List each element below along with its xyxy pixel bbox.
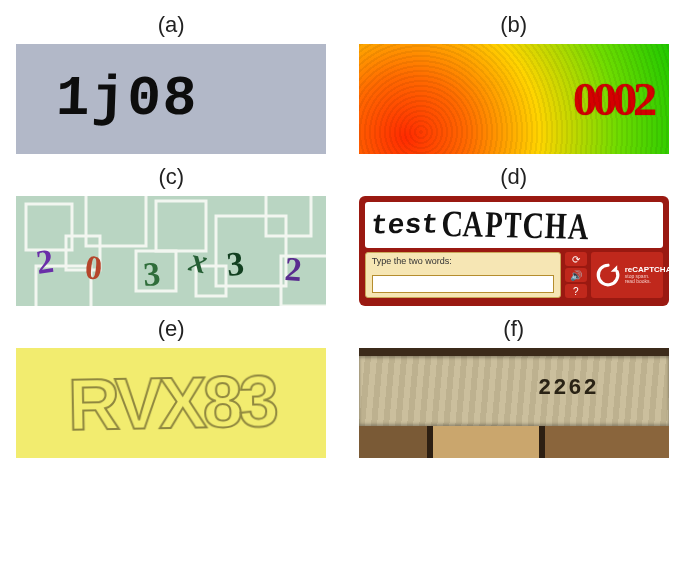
- svg-text:x: x: [186, 240, 211, 280]
- captcha-panel-a: 1j08: [16, 44, 326, 154]
- subfigure-label-d: (d): [500, 164, 527, 190]
- recaptcha-brand: reCAPTCHA™ stop spam. read books.: [591, 252, 663, 298]
- recaptcha-input-area: Type the two words:: [365, 252, 561, 298]
- svg-text:3: 3: [225, 244, 246, 283]
- subfigure-b: (b) 0002: [355, 12, 674, 154]
- recaptcha-challenge-image: test CAPTCHA: [365, 202, 663, 248]
- captcha-panel-f: 2262: [359, 348, 669, 458]
- figure-grid: (a) 1j08 (b) 0002 (c): [12, 12, 673, 458]
- recaptcha-controls-row: Type the two words: ⟳ 🔊 ?: [365, 252, 663, 298]
- subfigure-label-b: (b): [500, 12, 527, 38]
- captcha-text-f: 2262: [538, 376, 599, 401]
- captcha-text-e: RVX83: [67, 360, 275, 446]
- captcha-panel-c: 2 0 3 x 3 2: [16, 196, 326, 306]
- wood-lower: [359, 426, 669, 458]
- subfigure-a: (a) 1j08: [12, 12, 331, 154]
- recaptcha-widget: test CAPTCHA Type the two words: ⟳ 🔊 ?: [359, 196, 669, 306]
- captcha-text-a: 1j08: [55, 67, 200, 131]
- subfigure-e: (e) RVX83: [12, 316, 331, 458]
- refresh-icon: ⟳: [572, 254, 580, 265]
- subfigure-c: (c) 2 0 3 x 3: [12, 164, 331, 306]
- subfigure-f: (f) 2262: [355, 316, 674, 458]
- captcha-panel-b: 0002: [359, 44, 669, 154]
- captcha-panel-e: RVX83: [16, 348, 326, 458]
- recaptcha-word-1: test: [369, 209, 439, 241]
- recaptcha-help-button[interactable]: ?: [565, 284, 587, 298]
- svg-text:2: 2: [284, 250, 304, 288]
- recaptcha-audio-button[interactable]: 🔊: [565, 268, 587, 282]
- help-icon: ?: [573, 286, 579, 297]
- captcha-text-b: 0002: [573, 73, 653, 126]
- wood-plank: [359, 356, 669, 426]
- recaptcha-prompt: Type the two words:: [372, 256, 554, 266]
- svg-rect-1: [86, 196, 146, 246]
- audio-icon: 🔊: [570, 270, 582, 281]
- subfigure-label-c: (c): [158, 164, 184, 190]
- recaptcha-word-2: CAPTCHA: [440, 202, 592, 248]
- subfigure-label-f: (f): [503, 316, 524, 342]
- recaptcha-text-input[interactable]: [372, 275, 554, 293]
- recaptcha-refresh-button[interactable]: ⟳: [565, 252, 587, 266]
- recaptcha-side-buttons: ⟳ 🔊 ?: [565, 252, 587, 298]
- subfigure-d: (d) test CAPTCHA Type the two words: ⟳ 🔊: [355, 164, 674, 306]
- svg-text:0: 0: [84, 248, 105, 287]
- recaptcha-logo-icon: [595, 262, 621, 288]
- subfigure-label-e: (e): [158, 316, 185, 342]
- recaptcha-brand-text: reCAPTCHA™ stop spam. read books.: [625, 266, 669, 284]
- svg-text:3: 3: [142, 255, 162, 293]
- recaptcha-tagline-2: read books.: [625, 279, 669, 284]
- subfigure-label-a: (a): [158, 12, 185, 38]
